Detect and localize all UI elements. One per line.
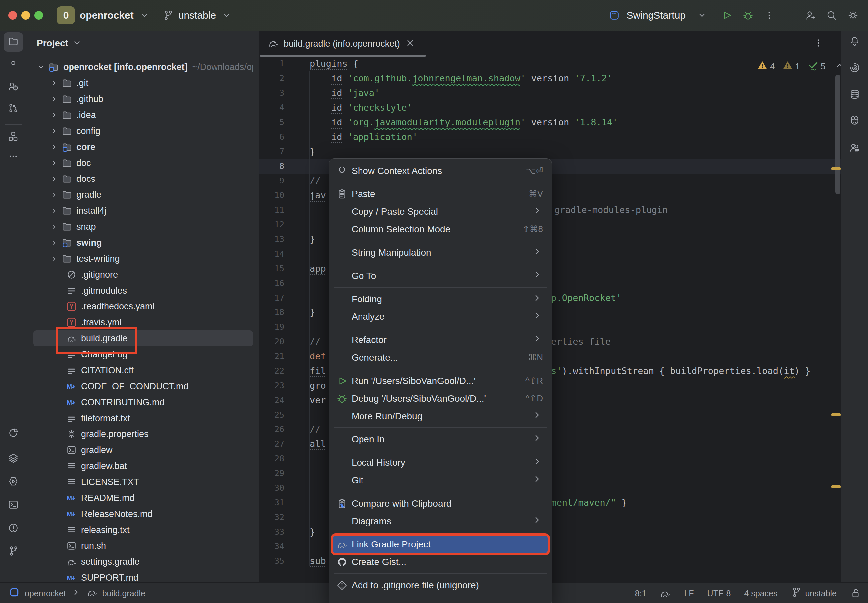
project-panel-title[interactable]: Project <box>37 38 68 48</box>
line-number-24[interactable]: 24 <box>261 393 284 408</box>
tree-item-.idea[interactable]: .idea <box>33 107 253 123</box>
chevron-right-icon[interactable] <box>49 237 59 248</box>
encoding-selector[interactable]: UTF-8 <box>707 589 731 598</box>
menu-item-column-selection-mode[interactable]: Column Selection Mode⇧⌘8 <box>333 220 548 238</box>
readonly-toggle[interactable] <box>850 588 861 599</box>
line-number-16[interactable]: 16 <box>261 276 284 291</box>
tree-item-.github[interactable]: .github <box>33 91 253 107</box>
menu-item-analyze[interactable]: Analyze <box>333 308 548 325</box>
tree-item-support.md[interactable]: MSUPPORT.md <box>33 570 253 582</box>
menu-item-more-run-debug[interactable]: More Run/Debug <box>333 407 548 425</box>
ai-assistant-tool-button[interactable] <box>849 62 860 75</box>
tree-item-.git[interactable]: .git <box>33 75 253 91</box>
menu-item-refactor[interactable]: Refactor <box>333 331 548 349</box>
menu-item-compare-with-clipboard[interactable]: Compare with Clipboard <box>333 495 548 512</box>
menu-item-string-manipulation[interactable]: String Manipulation <box>333 244 548 261</box>
tree-item-openrocket-info.openrocket-[interactable]: openrocket [info.openrocket]~/Downloads/… <box>33 59 253 75</box>
line-number-17[interactable]: 17 <box>261 291 284 305</box>
caret-position[interactable]: 8:1 <box>635 589 647 598</box>
menu-item-local-history[interactable]: Local History <box>333 454 548 472</box>
line-number-4[interactable]: 4 <box>261 100 284 115</box>
tree-item-gradlew[interactable]: gradlew <box>33 442 253 458</box>
chevron-right-icon[interactable] <box>49 77 59 89</box>
tree-item-gradle.properties[interactable]: gradle.properties <box>33 426 253 442</box>
breadcrumb-file[interactable]: build.gradle <box>102 589 145 598</box>
chevron-right-icon[interactable] <box>49 141 59 153</box>
project-badge[interactable]: 0 <box>57 6 75 24</box>
breadcrumb-project[interactable]: openrocket <box>25 589 66 598</box>
tree-item-snap[interactable]: snap <box>33 219 253 235</box>
menu-item-generate[interactable]: Generate...⌘N <box>333 349 548 366</box>
problems-tool-button[interactable] <box>8 522 19 535</box>
chevron-right-icon[interactable] <box>49 173 59 184</box>
menu-item-paste[interactable]: Paste⌘V <box>333 185 548 203</box>
chevron-right-icon[interactable] <box>49 109 59 121</box>
close-window-button[interactable] <box>8 11 17 20</box>
tree-item-docs[interactable]: docs <box>33 171 253 187</box>
line-number-3[interactable]: 3 <box>261 86 284 100</box>
tree-item-swing[interactable]: swing <box>33 235 253 250</box>
line-number-30[interactable]: 30 <box>261 481 284 495</box>
chevron-right-icon[interactable] <box>49 157 59 169</box>
line-number-18[interactable]: 18 <box>261 305 284 320</box>
structure-tool-button[interactable] <box>8 131 19 143</box>
code-with-me-button[interactable] <box>805 10 816 21</box>
chevron-right-icon[interactable] <box>49 253 59 264</box>
menu-item-debug-users-sibovangool-d[interactable]: Debug '/Users/SiboVanGool/D...'^⇧D <box>333 390 548 407</box>
tab-build-gradle[interactable]: build.gradle (info.openrocket) <box>260 31 424 56</box>
menu-item-run-users-sibovangool-d[interactable]: Run '/Users/SiboVanGool/D...'^⇧R <box>333 372 548 390</box>
pull-requests-tool-button[interactable] <box>8 81 19 93</box>
chevron-right-icon[interactable] <box>49 205 59 216</box>
maximize-window-button[interactable] <box>34 11 43 20</box>
commit-tool-button[interactable] <box>8 57 19 70</box>
line-number-35[interactable]: 35 <box>261 554 284 568</box>
menu-item-create-gist[interactable]: Create Gist... <box>333 553 548 571</box>
line-number-14[interactable]: 14 <box>261 247 284 261</box>
tree-item-gradlew.bat[interactable]: gradlew.bat <box>33 458 253 474</box>
notifications-button[interactable] <box>849 36 860 48</box>
line-number-31[interactable]: 31 <box>261 495 284 510</box>
line-number-21[interactable]: 21 <box>261 349 284 364</box>
line-number-6[interactable]: 6 <box>261 130 284 144</box>
tree-item-run.sh[interactable]: run.sh <box>33 538 253 554</box>
tree-item-.gitmodules[interactable]: .gitmodules <box>33 283 253 298</box>
line-number-8[interactable]: 8 <box>261 159 284 173</box>
line-number-11[interactable]: 11 <box>261 203 284 217</box>
profiler-tool-button[interactable] <box>8 427 19 440</box>
menu-item-folding[interactable]: Folding <box>333 290 548 308</box>
tree-item-settings.gradle[interactable]: settings.gradle <box>33 554 253 570</box>
line-number-22[interactable]: 22 <box>261 364 284 378</box>
search-everywhere-button[interactable] <box>826 10 837 21</box>
minimize-window-button[interactable] <box>21 11 30 20</box>
line-number-26[interactable]: 26 <box>261 422 284 437</box>
line-number-9[interactable]: 9 <box>261 173 284 188</box>
community-chat-tool-button[interactable] <box>849 142 860 155</box>
terminal-tool-button[interactable] <box>8 499 19 512</box>
line-number-29[interactable]: 29 <box>261 466 284 481</box>
services-tool-button[interactable] <box>8 452 19 465</box>
tree-item-doc[interactable]: doc <box>33 155 253 171</box>
gradle-status-icon[interactable] <box>659 588 671 599</box>
chevron-right-icon[interactable] <box>49 125 59 137</box>
tree-item-license.txt[interactable]: LICENSE.TXT <box>33 474 253 490</box>
line-ending-selector[interactable]: LF <box>684 589 694 598</box>
line-number-15[interactable]: 15 <box>261 261 284 276</box>
indent-selector[interactable]: 4 spaces <box>744 589 777 598</box>
version-control-tool-button[interactable] <box>8 546 19 558</box>
tree-item-readme.md[interactable]: MREADME.md <box>33 490 253 506</box>
chevron-down-icon[interactable] <box>36 62 46 73</box>
line-number-7[interactable]: 7 <box>261 144 284 159</box>
project-tool-button[interactable] <box>4 32 23 51</box>
line-number-10[interactable]: 10 <box>261 188 284 203</box>
run-config-selector[interactable]: SwingStartup <box>627 10 686 21</box>
chevron-right-icon[interactable] <box>49 93 59 105</box>
stripe-warning-mark[interactable] <box>831 485 841 488</box>
branch-switcher[interactable]: unstable <box>178 10 216 21</box>
gradle-tool-button[interactable] <box>849 115 860 127</box>
inspections-widget[interactable]: 4 1 5 <box>757 60 842 73</box>
prev-problem-button[interactable] <box>834 60 842 73</box>
line-number-27[interactable]: 27 <box>261 437 284 451</box>
vcs-update-tool-button[interactable] <box>8 102 19 115</box>
line-number-33[interactable]: 33 <box>261 524 284 539</box>
menu-item-open-in[interactable]: Open In <box>333 430 548 448</box>
